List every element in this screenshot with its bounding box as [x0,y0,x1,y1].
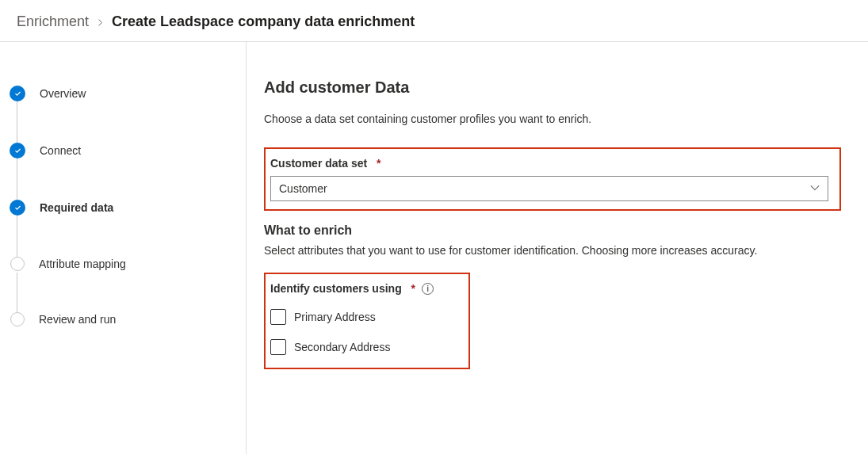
customer-dataset-select[interactable]: Customer [270,176,828,201]
step-review-run[interactable]: Review and run [10,312,246,326]
checkbox-row-primary-address: Primary Address [270,309,457,325]
info-icon[interactable]: i [422,283,434,295]
main-content: Add customer Data Choose a data set cont… [247,42,868,454]
chevron-right-icon [97,16,104,29]
circle-icon [10,312,25,326]
step-attribute-mapping[interactable]: Attribute mapping [10,257,246,312]
check-circle-icon [10,143,25,158]
identify-customers-section: Identify customers using * i Primary Add… [264,273,470,369]
checkbox-label: Primary Address [294,311,376,323]
enrich-title: What to enrich [264,223,841,238]
required-asterisk: * [377,157,380,170]
step-label: Required data [40,201,113,214]
breadcrumb: Enrichment Create Leadspace company data… [0,0,868,42]
enrich-description: Select attributes that you want to use f… [264,244,841,257]
checkbox-primary-address[interactable] [270,309,286,325]
circle-icon [10,257,25,271]
identify-label: Identify customers using * i [270,282,457,295]
page-title: Add customer Data [264,78,841,97]
checkbox-row-secondary-address: Secondary Address [270,339,457,355]
wizard-sidebar: Overview Connect Required data Attribute [0,42,247,454]
customer-dataset-section: Customer data set * Customer [264,147,841,211]
step-label: Overview [40,87,86,100]
breadcrumb-current: Create Leadspace company data enrichment [112,13,415,30]
check-circle-icon [10,200,25,216]
step-overview[interactable]: Overview [10,86,246,143]
step-label: Connect [40,144,81,157]
select-value: Customer [279,182,327,195]
required-asterisk: * [411,282,415,295]
checkbox-label: Secondary Address [294,341,390,353]
step-required-data[interactable]: Required data [10,200,246,257]
breadcrumb-parent-link[interactable]: Enrichment [17,13,89,30]
step-connect[interactable]: Connect [10,143,246,200]
page-description: Choose a data set containing customer pr… [264,113,841,125]
checkbox-secondary-address[interactable] [270,339,286,355]
chevron-down-icon [810,182,820,195]
step-label: Review and run [39,313,116,326]
step-label: Attribute mapping [39,258,126,270]
check-circle-icon [10,86,25,101]
dataset-label: Customer data set * [270,157,828,170]
